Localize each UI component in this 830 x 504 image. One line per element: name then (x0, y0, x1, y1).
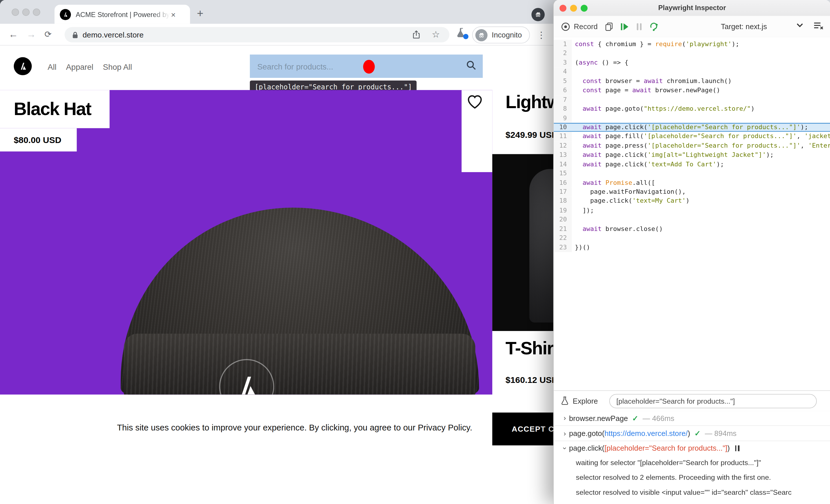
incognito-avatar-icon[interactable] (532, 8, 545, 21)
code-line-number[interactable]: 21 (554, 224, 572, 233)
share-icon[interactable] (412, 30, 420, 39)
code-line-number[interactable]: 22 (554, 233, 572, 243)
code-line[interactable]: 2 (554, 49, 830, 58)
code-line[interactable]: 23})() (554, 243, 830, 252)
code-line-number[interactable]: 12 (554, 141, 572, 151)
code-line[interactable]: 3(async () => { (554, 58, 830, 67)
code-line[interactable]: 4 (554, 67, 830, 77)
code-line[interactable]: 16 await Promise.all([ (554, 178, 830, 187)
macos-zoom-button[interactable] (33, 8, 40, 16)
new-tab-button[interactable]: + (197, 7, 203, 19)
reload-icon[interactable]: ⟳ (44, 30, 52, 39)
record-icon[interactable] (561, 22, 570, 31)
log-entry[interactable]: ›browser.newPage✓— 466ms (554, 411, 830, 426)
favorite-patch (462, 90, 492, 172)
tshirt-name[interactable]: T-Shirt (506, 338, 559, 359)
code-line-text (572, 215, 575, 224)
code-line[interactable]: 13 await page.click('img[alt="Lightweigh… (554, 151, 830, 160)
code-line-number[interactable]: 20 (554, 215, 572, 224)
code-line-number[interactable]: 10 (554, 123, 572, 132)
chevron-down-icon[interactable]: › (561, 444, 569, 452)
pause-icon[interactable] (636, 23, 642, 31)
code-line[interactable]: 19 ]); (554, 206, 830, 215)
code-line-number[interactable]: 1 (554, 40, 572, 49)
log-url-link[interactable]: https://demo.vercel.store/ (604, 429, 688, 437)
code-line-number[interactable]: 17 (554, 187, 572, 197)
featured-product-tile[interactable]: Black Hat $80.00 USD (0, 90, 492, 395)
code-line-number[interactable]: 7 (554, 95, 572, 104)
code-line[interactable]: 17 page.waitForNavigation(), (554, 187, 830, 197)
code-line[interactable]: 6 const page = await browser.newPage() (554, 86, 830, 95)
code-line-number[interactable]: 6 (554, 86, 572, 95)
code-line[interactable]: 21 await browser.close() (554, 224, 830, 233)
nav-link-all[interactable]: All (47, 63, 57, 71)
code-line-number[interactable]: 13 (554, 151, 572, 160)
code-line[interactable]: 9 (554, 114, 830, 123)
code-line-number[interactable]: 11 (554, 132, 572, 141)
paused-icon (735, 445, 739, 451)
code-line[interactable]: 8 await page.goto("https://demo.vercel.s… (554, 104, 830, 114)
code-line[interactable]: 7 (554, 95, 830, 104)
code-line-number[interactable]: 9 (554, 114, 572, 123)
address-bar[interactable]: demo.vercel.store ☆ (65, 27, 449, 42)
code-line-number[interactable]: 8 (554, 104, 572, 114)
log-entry[interactable]: ›page.goto(https://demo.vercel.store/)✓—… (554, 426, 830, 441)
explore-label: Explore (573, 397, 598, 405)
code-line[interactable]: 18 page.click('text=My Cart') (554, 197, 830, 206)
product-name[interactable]: Black Hat (14, 98, 91, 119)
chevron-right-icon[interactable]: › (561, 429, 569, 437)
step-over-icon[interactable] (649, 22, 659, 31)
code-line[interactable]: 1const { chromium } = require('playwrigh… (554, 40, 830, 49)
log-detail-line: selector resolved to 2 elements. Proceed… (576, 470, 830, 485)
forward-icon[interactable]: → (27, 30, 36, 39)
code-line-number[interactable]: 2 (554, 49, 572, 58)
log-entry[interactable]: ›page.click([placeholder="Search for pro… (554, 441, 830, 455)
back-icon[interactable]: ← (8, 30, 18, 39)
target-select[interactable]: Target: next.js (721, 22, 767, 31)
bookmark-star-icon[interactable]: ☆ (432, 29, 440, 40)
store-logo-acme-icon[interactable] (14, 57, 32, 75)
inspector-titlebar[interactable]: Playwright Inspector (554, 0, 830, 17)
tshirt-price: $160.12 USD (506, 375, 558, 385)
code-line[interactable]: 14 await page.click('text=Add To Cart'); (554, 160, 830, 169)
log-text: browser.newPage (569, 414, 628, 422)
nav-link-shop-all[interactable]: Shop All (103, 63, 132, 71)
explore-selector-input[interactable] (610, 394, 817, 408)
chevron-down-icon[interactable] (797, 23, 803, 28)
code-line-number[interactable]: 3 (554, 58, 572, 67)
macos-close-button[interactable] (11, 8, 19, 16)
code-line[interactable]: 15 (554, 169, 830, 178)
copy-icon[interactable] (605, 22, 613, 31)
code-line[interactable]: 5 const browser = await chromium.launch(… (554, 77, 830, 86)
tab-close-icon[interactable]: × (171, 10, 175, 19)
code-line[interactable]: 20 (554, 215, 830, 224)
check-icon: ✓ (694, 429, 701, 437)
code-line-number[interactable]: 18 (554, 197, 572, 206)
code-line[interactable]: 22 (554, 233, 830, 243)
macos-minimize-button[interactable] (22, 8, 30, 16)
code-line-number[interactable]: 23 (554, 243, 572, 252)
code-area[interactable]: 1const { chromium } = require('playwrigh… (554, 37, 830, 393)
code-line-number[interactable]: 4 (554, 67, 572, 77)
incognito-badge[interactable]: Incognito (472, 27, 530, 43)
clear-log-icon[interactable] (813, 22, 824, 30)
code-line-number[interactable]: 15 (554, 169, 572, 178)
code-line-number[interactable]: 16 (554, 178, 572, 187)
experiments-flask-icon[interactable] (457, 28, 468, 40)
code-line[interactable]: 11 await page.fill('[placeholder="Search… (554, 132, 830, 141)
browser-tab[interactable]: ACME Storefront | Powered by × (55, 5, 190, 24)
nav-link-apparel[interactable]: Apparel (66, 63, 93, 71)
code-line-number[interactable]: 14 (554, 160, 572, 169)
log-duration: — 466ms (643, 414, 674, 422)
resume-icon[interactable] (620, 23, 629, 31)
chevron-right-icon[interactable]: › (561, 414, 569, 422)
code-line[interactable]: 12 await page.press('[placeholder="Searc… (554, 141, 830, 151)
search-icon[interactable] (466, 60, 476, 70)
screen: ACME Storefront | Powered by × + ← → ⟳ d… (0, 0, 830, 504)
code-line-text: await page.click('[placeholder="Search f… (572, 123, 808, 132)
heart-icon[interactable] (467, 94, 483, 109)
code-line-number[interactable]: 5 (554, 77, 572, 86)
code-line[interactable]: 10 await page.click('[placeholder="Searc… (554, 123, 830, 132)
browser-menu-icon[interactable]: ⋮ (537, 30, 546, 41)
code-line-number[interactable]: 19 (554, 206, 572, 215)
